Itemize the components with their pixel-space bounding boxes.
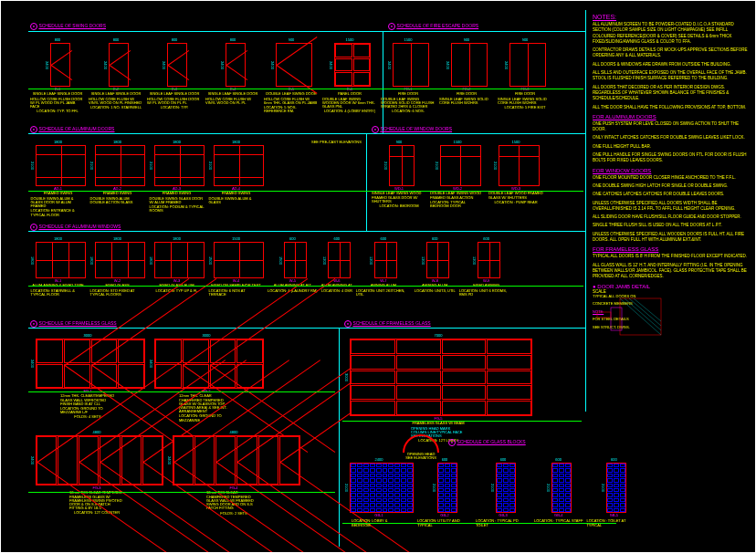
row3: 1800 1800 W-1 ALUM AWNING & FIXED TYPE L… xyxy=(30,236,514,297)
item-desc: DOUBLE LEAF SWING WOOD FRAMED GLASS ACTI… xyxy=(430,192,485,199)
width-dim: 600 xyxy=(611,457,617,462)
tag-icon: ● xyxy=(30,224,37,231)
width-dim: 1800 xyxy=(113,236,121,241)
width-dim: 600 xyxy=(333,236,340,241)
width-dim: 1500 xyxy=(346,37,354,42)
height-dim: 2400 xyxy=(329,61,333,69)
tag-icon: ● xyxy=(30,126,37,133)
width-dim: 600 xyxy=(432,236,438,241)
item-desc: DOUBLE LEAF SWING WOODEN SOLID CORE FLUS… xyxy=(381,98,436,110)
al-note: ONE PUSH SYSTEM FOR LEVE CLOSED ON SWING… xyxy=(593,121,750,133)
elevation-drawing xyxy=(389,145,415,186)
item-desc: HOLLOW CORE FLUSH DOOR W/ PL WOOD ON PL … xyxy=(147,98,202,105)
elevation-drawing xyxy=(167,43,187,87)
elevation-drawing xyxy=(284,242,307,278)
precast-note: SEE PRE-CAST ELEVATIONS xyxy=(311,140,362,144)
height-dim: 2100 xyxy=(432,484,436,492)
schedule-item: 1800 1800 W-3 FIXED GLASS ALUM LOCATION:… xyxy=(149,236,205,297)
schedule-item: 600 1200 W-8 AWNING ALUM LOCATION: UNIT3… xyxy=(415,236,456,297)
elevation-drawing xyxy=(496,463,516,513)
height-dim: 2100 xyxy=(30,162,35,170)
item-tag: GB-3 xyxy=(499,514,507,517)
item-loc: LOCATION: TYP. xyxy=(161,106,189,110)
width-dim: 1800 xyxy=(113,140,121,144)
item-loc: LOCATION: 6 NOS. xyxy=(392,110,425,113)
svg-line-3 xyxy=(629,298,661,326)
item-desc: DOUBLE LEAF WOOD FRAMED GLASS W/ SHUTTER… xyxy=(488,192,543,199)
elevation-drawing xyxy=(95,242,145,278)
note-5: ALL DOORS THAT DECORED OR AS PER INTERIO… xyxy=(593,85,750,102)
width-dim: 600 xyxy=(381,236,387,241)
schedule-item: 600 1500 W-5 ALUM AWNING AT FIT LOCATION… xyxy=(268,236,318,297)
wd-note: ONE CATCHES LATCHES CATCHES FOR DOUBLE L… xyxy=(593,192,750,197)
fg-note: TYPICAL ALL DOORS IS 8' H FROM THE FINIS… xyxy=(593,254,750,259)
item-tag: GB-1 xyxy=(374,514,383,517)
elevation-drawing xyxy=(276,43,312,87)
schedule-item: 1500 1500 W-4 FIXED OR SAMPLE/OR TEST LO… xyxy=(208,236,264,297)
elevation-drawing xyxy=(36,145,86,186)
width-dim: 1500 xyxy=(404,37,413,42)
elevation-drawing xyxy=(451,43,488,87)
tag-icon: ● xyxy=(30,320,37,328)
elevation-drawing xyxy=(36,242,86,278)
ground-line xyxy=(28,492,335,493)
width-dim: 1500 xyxy=(232,236,240,241)
divider xyxy=(28,31,585,32)
wd-note: UNLESS OTHERWISE SPECIFIED ALL WOODEN DO… xyxy=(593,232,750,244)
width-dim: 2400 xyxy=(375,457,383,462)
item-loc: LOCATION: PODIUM & TYPICAL ROOMS xyxy=(150,205,205,213)
elevation-drawing xyxy=(154,242,205,278)
height-dim: 1200 xyxy=(322,256,327,265)
item-desc: DOUBLE SWING ALUM & GLASS DOOR W/ ALUM F… xyxy=(31,197,86,209)
height-dim: 1200 xyxy=(421,256,425,265)
elevation-drawing xyxy=(214,145,264,186)
height-dim: 2100 xyxy=(208,162,213,170)
tag-icon: ● xyxy=(448,439,456,446)
height-dim: 2400 xyxy=(45,61,49,69)
height-dim: 2400 xyxy=(270,61,275,69)
item-desc: DOUBLE SWING GLASS DOOR W/ ALUM FRAMED xyxy=(150,197,205,204)
width-dim: 800 xyxy=(172,37,178,42)
schedule-item: 1500 2100 WD-3 DOUBLE LEAF WOOD FRAMED G… xyxy=(488,140,543,208)
schedule-item: 600 1200 W-7 AWNING ALUM LOCATION: UNIT … xyxy=(356,236,411,297)
width-dim: 900 xyxy=(289,37,295,42)
row2b: 900 2100 WD-1 SINGLE LEAF SWING WOOD FRA… xyxy=(372,140,543,208)
row3-title: ● SCHEDULE OF ALUMINUM WINDOWS xyxy=(30,224,121,231)
svg-rect-6 xyxy=(597,312,611,318)
schedule-item: 600 2100 GB-5 LOCATION : TOILET AT TYPIC… xyxy=(586,457,641,527)
elevation-drawing xyxy=(350,463,414,513)
item-loc: LOCATION: 5 FIRE EXIT xyxy=(505,106,546,110)
height-dim: 1800 xyxy=(149,256,153,265)
schedule-item: 3000 2400 FG-1 12mm THK. CLEAR/TEMPERED … xyxy=(30,333,145,423)
wd-note: ONE FLOOR MOUNTED DOOR CLOSER HINGE ANCH… xyxy=(593,175,750,181)
height-dim: 1500 xyxy=(208,256,213,265)
item-loc: LOCATION: 6 NOS AT TERRACE xyxy=(209,289,264,297)
item-loc: LOCATION: 12T COUNTER xyxy=(74,511,120,515)
item-loc: LOCATION: TYPICAL BEDROOM DOOR xyxy=(430,201,485,208)
item-tag: GB-2 xyxy=(440,514,448,517)
schedule-item: 800 2400 D-2 SINGLE LEAF SINGLE DOOR HOL… xyxy=(89,37,143,114)
elevation-drawing xyxy=(606,463,626,513)
schedule-item: 4800 2400 FG-3 12mm THK CLEAR TEMPERED F… xyxy=(30,430,163,516)
width-dim: 1800 xyxy=(54,140,62,144)
height-dim: 2100 xyxy=(344,484,349,492)
height-dim: 1200 xyxy=(472,256,477,265)
al-doors-header: FOR ALUMINUM DOORS xyxy=(593,114,750,120)
schedule-item: 1500 2400 FD-1 FIRE DOOR DOUBLE LEAF SWI… xyxy=(381,37,436,114)
divider xyxy=(28,231,585,232)
elevation-drawing xyxy=(95,145,145,186)
height-dim: 2400 xyxy=(30,360,35,368)
height-dim: 1800 xyxy=(89,256,94,265)
elevation-drawing xyxy=(154,339,264,389)
height-dim: 2400 xyxy=(149,360,153,368)
width-dim: 4800 xyxy=(230,430,238,434)
elevation-drawing xyxy=(154,145,205,186)
elevation-drawing xyxy=(109,43,129,87)
schedule-item: 1500 2100 WD-2 DOUBLE LEAF SWING WOOD FR… xyxy=(430,140,485,208)
item-loc: LOCATION: 4 DSR xyxy=(321,289,352,293)
schedule-item: 800 2400 D-4 SINGLE LEAF SINGLE DOOR HOL… xyxy=(205,37,260,114)
item-desc: HOLLOW CORE FLUSH W/ VINYL WOOD ON PL PL xyxy=(205,98,260,105)
width-dim: 800 xyxy=(113,37,120,42)
fg-note: ALL GLASS WALL IS 12' H.T. AND INTERNALL… xyxy=(593,263,750,280)
height-dim: 2400 xyxy=(504,61,509,69)
